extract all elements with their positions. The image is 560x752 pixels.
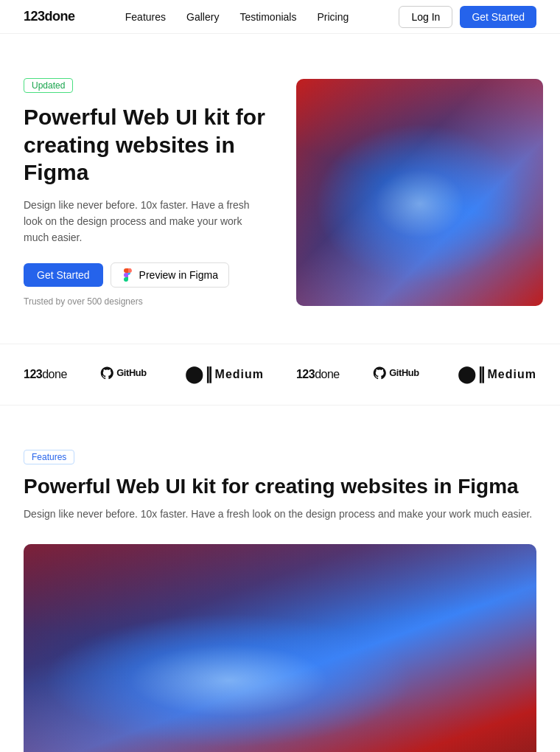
logo-medium-2: ⬤∥ Medium [458,365,536,384]
hero-image [296,79,543,306]
site-logo[interactable]: 123done [24,9,75,24]
hero-text: Updated Powerful Web UI kit for creating… [24,78,267,307]
logo-github-1: GitHub [99,366,153,383]
preview-figma-button[interactable]: Preview in Figma [111,262,229,288]
nav-gallery[interactable]: Gallery [186,11,219,23]
features-section: Features Powerful Web UI kit for creatin… [0,405,560,752]
hero-buttons: Get Started Preview in Figma [24,262,267,288]
features-badge: Features [24,450,74,464]
figma-button-label: Preview in Figma [139,269,218,281]
hero-section: Updated Powerful Web UI kit for creating… [0,34,560,344]
figma-icon [122,268,135,282]
logo-123done-1: 123done [24,368,67,381]
features-image [24,544,536,752]
hero-image-visual [296,79,543,306]
login-button[interactable]: Log In [399,6,452,28]
nav-links: Features Gallery Testimonials Pricing [125,11,349,23]
features-description: Design like never before. 10x faster. Ha… [24,506,536,522]
hero-title: Powerful Web UI kit for creating website… [24,103,267,187]
svg-text:GitHub: GitHub [116,367,147,378]
nav-pricing[interactable]: Pricing [317,11,349,23]
logo-github-2: GitHub [372,366,425,383]
features-title: Powerful Web UI kit for creating website… [24,475,536,498]
nav-features[interactable]: Features [125,11,166,23]
logo-123done-2: 123done [296,368,340,381]
trust-text: Trusted by over 500 designers [24,296,267,307]
hero-get-started-button[interactable]: Get Started [24,263,103,287]
logos-bar: 123done GitHub ⬤∥ Medium 123done GitHub … [0,344,560,405]
logo-medium-1: ⬤∥ Medium [185,365,264,384]
navbar: 123done Features Gallery Testimonials Pr… [0,0,560,34]
nav-testimonials[interactable]: Testimonials [239,11,296,23]
hero-description: Design like never before. 10x faster. Ha… [24,197,267,246]
svg-text:GitHub: GitHub [389,367,419,378]
nav-actions: Log In Get Started [399,6,536,28]
updated-badge: Updated [24,78,73,93]
nav-get-started-button[interactable]: Get Started [460,6,536,28]
